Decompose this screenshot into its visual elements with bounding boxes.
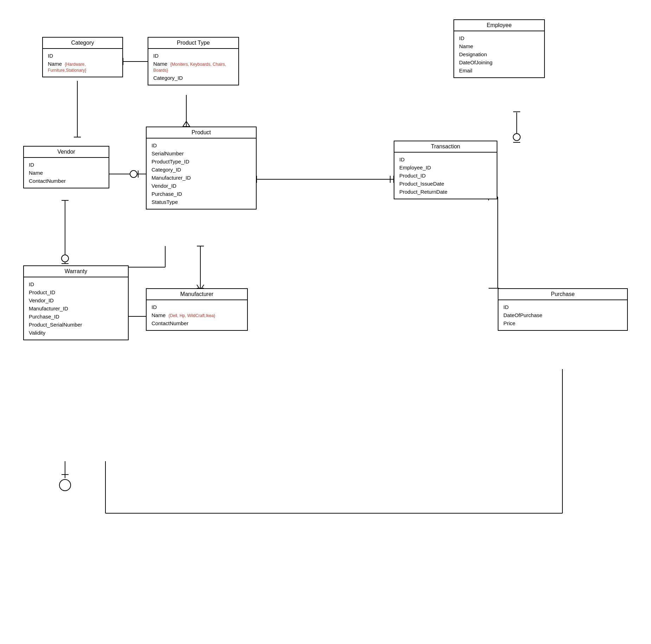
entity-purchase-title: Purchase	[498, 289, 627, 300]
attr: ID	[29, 280, 123, 288]
entity-warranty-title: Warranty	[24, 266, 128, 277]
attr: Product_SerialNumber	[29, 321, 123, 329]
erd-diagram: Category ID Name {Hardware, Furniture,St…	[0, 0, 651, 644]
attr: ID	[48, 52, 117, 60]
attr: Name	[29, 169, 104, 177]
attr: ID	[152, 303, 242, 311]
attr: SerialNumber	[152, 149, 251, 157]
entity-employee-attrs: ID Name Designation DateOfJoining Email	[454, 31, 544, 77]
attr: Name	[459, 42, 539, 50]
attr: Category_ID	[152, 166, 251, 174]
attr: Product_ID	[29, 288, 123, 296]
entity-category: Category ID Name {Hardware, Furniture,St…	[42, 37, 123, 77]
entity-employee-title: Employee	[454, 20, 544, 31]
entity-warranty: Warranty ID Product_ID Vendor_ID Manufac…	[23, 265, 129, 340]
attr: Category_ID	[153, 74, 233, 82]
attr: Product_ID	[399, 172, 492, 180]
entity-vendor-title: Vendor	[24, 147, 109, 158]
entity-category-title: Category	[43, 38, 122, 49]
attr: Manufacturer_ID	[152, 174, 251, 182]
attr: Price	[503, 319, 622, 327]
attr: Vendor_ID	[29, 296, 123, 304]
entity-product-type-title: Product Type	[148, 38, 238, 49]
attr: DateOfPurchase	[503, 311, 622, 319]
attr: StatusType	[152, 198, 251, 206]
attr: ID	[503, 303, 622, 311]
entity-category-attrs: ID Name {Hardware, Furniture,Stationary}	[43, 49, 122, 77]
attr: ContactNumber	[152, 319, 242, 327]
svg-point-18	[130, 170, 137, 178]
entity-warranty-attrs: ID Product_ID Vendor_ID Manufacturer_ID …	[24, 277, 128, 340]
svg-point-14	[513, 134, 520, 141]
attr: ID	[399, 155, 492, 163]
svg-line-10	[183, 121, 186, 127]
entity-product-attrs: ID SerialNumber ProductType_ID Category_…	[147, 139, 256, 209]
attr: Name {Moniters, Keyboards, Chairs, Board…	[153, 60, 233, 74]
entity-product-title: Product	[147, 127, 256, 139]
attr: ID	[459, 34, 539, 42]
attr: ID	[152, 141, 251, 149]
svg-line-11	[186, 121, 190, 127]
entity-transaction-attrs: ID Employee_ID Product_ID Product_IssueD…	[394, 153, 497, 199]
entity-manufacturer: Manufacturer ID Name {Dell, Hp, WildCraf…	[146, 288, 248, 331]
entity-manufacturer-attrs: ID Name {Dell, Hp, WildCraft,Ikea} Conta…	[147, 300, 247, 330]
attr: Email	[459, 66, 539, 75]
attr: Name {Dell, Hp, WildCraft,Ikea}	[152, 311, 242, 319]
svg-point-49	[59, 479, 71, 491]
entity-vendor: Vendor ID Name ContactNumber	[23, 146, 109, 188]
svg-point-33	[62, 255, 69, 262]
attr: Purchase_ID	[29, 313, 123, 321]
attr: ID	[29, 161, 104, 169]
attr: Vendor_ID	[152, 182, 251, 190]
attr: ID	[153, 52, 233, 60]
attr: Manufacturer_ID	[29, 304, 123, 313]
entity-product-type: Product Type ID Name {Moniters, Keyboard…	[148, 37, 239, 85]
entity-product-type-attrs: ID Name {Moniters, Keyboards, Chairs, Bo…	[148, 49, 238, 85]
entity-transaction: Transaction ID Employee_ID Product_ID Pr…	[394, 141, 497, 199]
entity-vendor-attrs: ID Name ContactNumber	[24, 158, 109, 188]
attr: DateOfJoining	[459, 58, 539, 66]
attr: Designation	[459, 50, 539, 58]
entity-transaction-title: Transaction	[394, 141, 497, 153]
attr: Product_IssueDate	[399, 180, 492, 188]
entity-product: Product ID SerialNumber ProductType_ID C…	[146, 127, 257, 210]
attr: Purchase_ID	[152, 190, 251, 198]
attr: ContactNumber	[29, 177, 104, 185]
attr: Name {Hardware, Furniture,Stationary}	[48, 60, 117, 74]
entity-purchase: Purchase ID DateOfPurchase Price	[498, 288, 628, 331]
entity-employee: Employee ID Name Designation DateOfJoini…	[453, 19, 545, 78]
attr: Validity	[29, 329, 123, 337]
attr: Product_ReturnDate	[399, 188, 492, 196]
entity-manufacturer-title: Manufacturer	[147, 289, 247, 300]
entity-purchase-attrs: ID DateOfPurchase Price	[498, 300, 627, 330]
attr: ProductType_ID	[152, 157, 251, 166]
attr: Employee_ID	[399, 163, 492, 172]
